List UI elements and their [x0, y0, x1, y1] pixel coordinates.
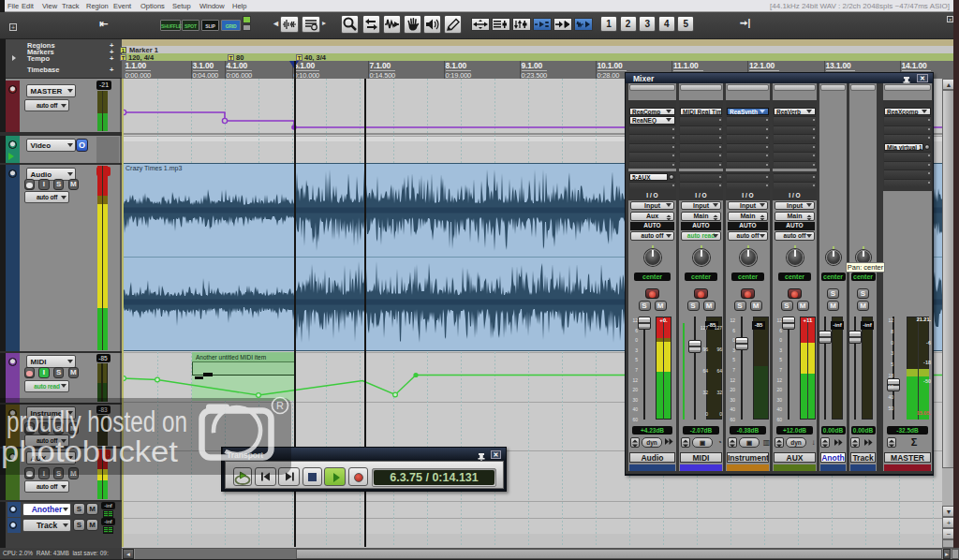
- svg-text:40: 40: [730, 406, 735, 412]
- svg-text:6: 6: [732, 328, 735, 333]
- svg-text:127: 127: [715, 325, 722, 331]
- svg-text:32: 32: [716, 390, 722, 395]
- svg-text:30: 30: [776, 397, 782, 403]
- svg-text:96: 96: [716, 346, 722, 352]
- svg-text:10: 10: [888, 384, 893, 390]
- svg-text:60: 60: [776, 417, 782, 421]
- svg-text:3: 3: [891, 350, 893, 356]
- svg-text:12: 12: [632, 377, 638, 383]
- svg-text:0: 0: [719, 411, 722, 417]
- svg-text:96: 96: [702, 346, 708, 352]
- svg-text:5: 5: [779, 357, 782, 362]
- svg-text:0: 0: [635, 337, 638, 343]
- svg-text:32: 32: [702, 390, 708, 395]
- svg-text:30: 30: [632, 397, 638, 403]
- svg-text:12: 12: [730, 318, 735, 323]
- svg-text:6: 6: [635, 328, 638, 333]
- svg-text:7: 7: [635, 367, 638, 373]
- svg-text:0: 0: [705, 411, 708, 417]
- svg-text:7: 7: [779, 367, 782, 373]
- svg-text:40: 40: [632, 406, 638, 412]
- svg-text:20: 20: [776, 387, 782, 392]
- svg-text:5: 5: [891, 361, 893, 367]
- svg-text:3: 3: [635, 347, 638, 353]
- svg-text:3: 3: [779, 347, 782, 353]
- svg-text:64: 64: [716, 368, 722, 374]
- svg-text:40: 40: [776, 406, 782, 412]
- svg-text:8: 8: [891, 329, 893, 334]
- svg-text:12: 12: [776, 318, 782, 323]
- svg-text:20: 20: [632, 387, 638, 392]
- svg-text:12: 12: [632, 318, 638, 323]
- svg-text:0: 0: [779, 337, 782, 343]
- svg-text:20: 20: [730, 387, 735, 392]
- svg-text:7: 7: [732, 367, 735, 373]
- svg-text:64: 64: [702, 368, 708, 374]
- svg-text:60: 60: [730, 417, 735, 421]
- svg-text:0: 0: [732, 337, 735, 343]
- svg-text:12: 12: [730, 377, 735, 383]
- svg-text:60: 60: [632, 417, 638, 421]
- svg-text:30: 30: [730, 397, 735, 403]
- svg-text:50: 50: [888, 405, 893, 411]
- svg-text:12: 12: [776, 377, 782, 383]
- svg-text:18: 18: [888, 373, 893, 378]
- svg-text:0: 0: [891, 340, 893, 346]
- svg-text:5: 5: [635, 357, 638, 362]
- svg-text:6: 6: [779, 328, 782, 333]
- svg-text:12: 12: [888, 318, 893, 323]
- svg-text:5: 5: [732, 357, 735, 362]
- svg-text:R: R: [276, 400, 284, 411]
- svg-text:40: 40: [888, 394, 893, 400]
- svg-text:127: 127: [701, 325, 708, 331]
- svg-text:3: 3: [732, 347, 735, 353]
